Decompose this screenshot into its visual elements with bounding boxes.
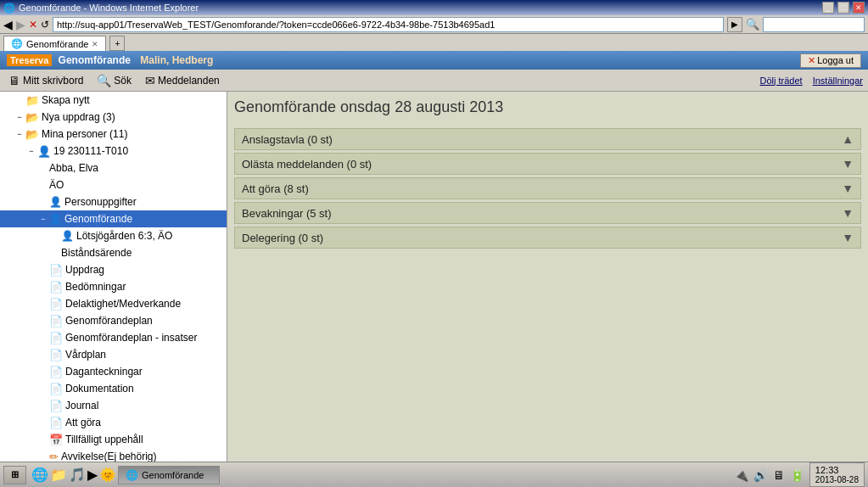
sidebar-item-dokumentation[interactable]: 📄 Dokumentation [0,380,227,397]
logout-button[interactable]: ✕ Logga ut [800,53,861,68]
person-folder-icon: 👤 [37,145,51,158]
minus-icon: − [25,145,37,157]
sidebar-item-personuppgifter[interactable]: 👤 Personuppgifter [0,193,227,210]
minus-icon: − [14,111,25,123]
ie-search-input[interactable] [763,17,865,32]
sidebar-item-avvikelse[interactable]: ✏ Avvikelse(Ej behörig) [0,448,227,462]
media-quick-icon[interactable]: 🎵 [69,467,86,483]
taskbar: ⊞ 🌐 📁 🎵 ▶ 🌞 🌐 Genomförande 🔌 🔊 🖥 🔋 12:33… [0,462,868,487]
person-folder-icon: 👤 [49,213,62,225]
sidebar-item-daganteckningar[interactable]: 📄 Daganteckningar [0,363,227,380]
sidebar-item-person-19[interactable]: − 👤 19 230111-T010 [0,143,227,160]
new-tab-button[interactable]: + [109,36,125,51]
section-delegering[interactable]: Delegering (0 st) ▼ [234,227,861,249]
sidebar-item-uppdrag[interactable]: 📄 Uppdrag [0,261,227,278]
sidebar-item-genomforandeplan[interactable]: 📄 Genomförandeplan [0,312,227,329]
pencil-icon: ✏ [49,451,59,462]
sidebar-item-ao[interactable]: ÄO [0,176,227,193]
address-input[interactable] [53,17,724,32]
player-quick-icon[interactable]: ▶ [87,467,98,483]
expand-placeholder [14,94,25,106]
folder-quick-icon[interactable]: 📁 [50,467,67,483]
ie-quick-icon[interactable]: 🌐 [31,467,48,483]
settings-button[interactable]: Inställningar [813,76,863,86]
sidebar-item-person-name[interactable]: Abba, Elva [0,160,227,176]
sidebar-item-delaktighet[interactable]: 📄 Delaktighet/Medverkande [0,295,227,312]
doc-icon: 📄 [49,315,63,327]
system-clock: 12:33 2013-08-28 [809,462,865,487]
messages-button[interactable]: ✉ Meddelanden [142,72,223,89]
search-icon: 🔍 [97,74,111,87]
monitor-tray-icon: 🖥 [773,468,785,482]
title-bar-text: 🌐 Genomförande - Windows Internet Explor… [3,3,199,14]
person-doc-icon: 👤 [49,196,62,208]
tab-genomforande[interactable]: 🌐 Genomförande ✕ [3,36,106,51]
sidebar-item-vardplan[interactable]: 📄 Vårdplan [0,346,227,363]
refresh-button[interactable]: ↺ [41,19,49,31]
section-olasta[interactable]: Olästa meddelanden (0 st) ▼ [234,153,861,175]
desk-button[interactable]: 🖥 Mitt skrivbord [5,72,87,89]
sidebar: 📁 Skapa nytt − 📂 Nya uppdrag (3) − 📂 Min… [0,92,227,462]
maximize-button[interactable]: □ [837,2,849,14]
section-expand-icon: ▲ [842,132,854,146]
taskbar-right: 🔌 🔊 🖥 🔋 12:33 2013-08-28 [734,462,865,487]
doc-icon: 📄 [49,332,63,344]
section-expand-icon: ▼ [842,231,854,244]
minimize-button[interactable]: _ [822,2,834,14]
tab-icon: 🌐 [11,38,23,49]
sidebar-item-lotsjogarden[interactable]: 👤 Lötsjögården 6:3, ÄO [0,227,227,244]
sidebar-item-genomforande[interactable]: − 👤 Genomförande [0,210,227,227]
taskbar-task-genomforande[interactable]: 🌐 Genomförande [118,466,220,484]
quick-launch: 🌐 📁 🎵 ▶ 🌞 [31,467,116,483]
minus-icon: − [37,213,49,225]
search-label: Sök [114,75,132,87]
network-tray-icon: 🔌 [734,468,748,482]
sidebar-item-journal[interactable]: 📄 Journal [0,397,227,414]
start-button[interactable]: ⊞ [3,466,26,484]
user-label: Malin, Hedberg [140,54,213,66]
sidebar-item-bistandsarende[interactable]: Biståndsärende [0,244,227,261]
doc-icon: 📄 [49,417,63,429]
doc-icon: 📄 [49,400,63,412]
sidebar-item-bedomningar[interactable]: 📄 Bedömningar [0,278,227,295]
address-bar: ◀ ▶ ✕ ↺ ▶ 🔍 [0,15,868,34]
section-bevakningar[interactable]: Bevakningar (5 st) ▼ [234,202,861,224]
sidebar-scroll[interactable]: 📁 Skapa nytt − 📂 Nya uppdrag (3) − 📂 Min… [0,92,227,462]
stop-button[interactable]: ✕ [29,19,37,31]
app-header-right: ✕ Logga ut [800,53,861,68]
main-layout: 📁 Skapa nytt − 📂 Nya uppdrag (3) − 📂 Min… [0,92,868,462]
search-button[interactable]: 🔍 Sök [93,72,135,89]
calendar-icon: 📅 [49,434,63,446]
go-button[interactable]: ▶ [727,17,742,32]
close-button[interactable]: ✕ [853,2,865,14]
desk-icon: 🖥 [8,74,20,87]
section-att-gora[interactable]: Att göra (8 st) ▼ [234,177,861,199]
tab-close-button[interactable]: ✕ [92,40,98,48]
toolbar-right: Dölj trädet Inställningar [760,76,863,86]
sidebar-item-nya-uppdrag[interactable]: − 📂 Nya uppdrag (3) [0,109,227,126]
doc-icon: 📄 [49,349,63,361]
sun-quick-icon[interactable]: 🌞 [99,467,116,483]
app-brand: Treserva Genomförande Malin, Hedberg [7,54,213,66]
brand-logo: Treserva [7,54,52,66]
sidebar-item-tillfalliot-uppehall[interactable]: 📅 Tillfälligt uppehåll [0,431,227,448]
sidebar-item-att-gora[interactable]: 📄 Att göra [0,414,227,431]
messages-label: Meddelanden [158,75,220,87]
sidebar-item-mina-personer[interactable]: − 📂 Mina personer (11) [0,126,227,143]
title-bar: 🌐 Genomförande - Windows Internet Explor… [0,0,868,15]
section-anslagstavla[interactable]: Anslagstavla (0 st) ▲ [234,128,861,150]
app-module-label: Genomförande [59,54,131,66]
folder-open-icon: 📂 [25,111,39,124]
forward-button[interactable]: ▶ [16,18,25,31]
ie-icon: 🌐 [3,3,15,14]
back-button[interactable]: ◀ [3,18,13,31]
hide-tree-button[interactable]: Dölj trädet [760,76,803,86]
minus-icon: − [14,128,25,140]
desk-label: Mitt skrivbord [23,75,83,87]
sidebar-item-genomforandeplan-insatser[interactable]: 📄 Genomförandeplan - insatser [0,329,227,346]
logout-icon: ✕ [808,55,815,66]
search-icon: 🔍 [746,18,759,31]
messages-icon: ✉ [145,74,155,87]
content-title: Genomförande onsdag 28 augusti 2013 [234,98,861,120]
sidebar-item-skapa-nytt[interactable]: 📁 Skapa nytt [0,92,227,109]
